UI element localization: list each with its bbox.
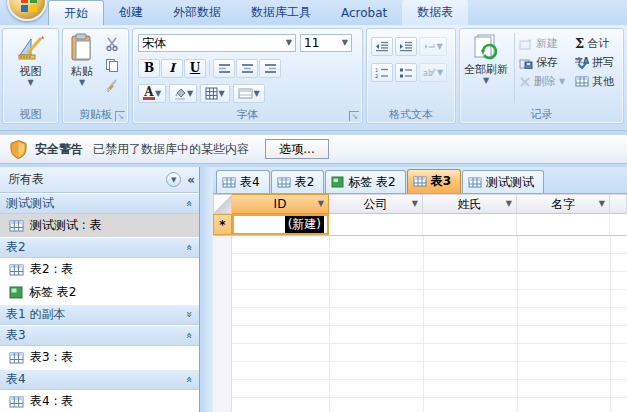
bullet-list-button[interactable] — [395, 63, 417, 82]
column-dropdown-arrow[interactable]: ▼ — [318, 201, 324, 207]
datasheet-empty-grid[interactable] — [213, 236, 627, 412]
alternate-fill-dropdown-arrow: ▼ — [253, 91, 259, 97]
sidebar-item-table3[interactable]: 表3 : 表 — [0, 346, 199, 369]
text-direction-button[interactable]: ▼ — [419, 37, 447, 56]
save-record-button[interactable]: 保存 — [519, 53, 573, 72]
table-icon — [9, 264, 24, 276]
sidebar-item-table4[interactable]: 表4 : 表 — [0, 390, 199, 412]
column-header-label: 姓氏 — [458, 196, 482, 213]
column-header-firstname[interactable]: 名字 ▼ — [517, 194, 610, 214]
sidebar-group-ceshiceshi[interactable]: 测试测试 « — [0, 193, 199, 214]
security-options-button[interactable]: 选项... — [265, 139, 329, 159]
select-all-corner[interactable] — [213, 194, 232, 214]
view-dropdown-arrow[interactable]: ▼ — [27, 80, 33, 86]
save-record-label: 保存 — [536, 55, 558, 70]
align-left-button[interactable] — [213, 59, 235, 78]
delete-record-button[interactable]: 删除 ▼ — [519, 72, 573, 91]
cell-company[interactable] — [329, 214, 423, 235]
cut-button[interactable] — [101, 34, 123, 53]
new-record-button[interactable]: * 新建 — [519, 34, 573, 53]
align-right-button[interactable] — [259, 59, 281, 78]
sidebar-group-table3[interactable]: 表3 « — [0, 325, 199, 346]
format-painter-icon — [105, 79, 119, 93]
sidebar-group-label: 测试测试 — [6, 195, 54, 212]
ribbon-tab-database-tools[interactable]: 数据库工具 — [236, 0, 326, 25]
increase-indent-button[interactable] — [395, 37, 417, 56]
column-dropdown-arrow[interactable]: ▼ — [412, 201, 418, 207]
spelling-button[interactable]: 字A 拼写 — [575, 53, 614, 72]
doc-tab-label-table2[interactable]: 标签 表2 — [325, 170, 405, 193]
column-header-company[interactable]: 公司 ▼ — [329, 194, 423, 214]
datasheet: ID ▼ 公司 ▼ 姓氏 ▼ 名字 ▼ * (新建) — [213, 194, 627, 412]
italic-button[interactable]: I — [161, 59, 183, 78]
ribbon-tab-datasheet[interactable]: 数据表 — [402, 0, 468, 25]
office-logo-square — [21, 5, 28, 12]
ribbon-tab-external-data[interactable]: 外部数据 — [158, 0, 236, 25]
svg-text:1: 1 — [375, 67, 378, 73]
sidebar-item-ceshiceshi-table[interactable]: 测试测试 : 表 — [0, 214, 199, 237]
gridlines-button[interactable]: ▼ — [200, 84, 230, 103]
navigation-pane-splitter[interactable] — [201, 167, 213, 412]
doc-tab-table3[interactable]: 表3 — [407, 169, 461, 193]
shutter-bar-close-icon[interactable]: « — [187, 173, 195, 187]
font-color-button[interactable]: A ▼ — [138, 84, 166, 103]
security-warning-message: 已禁用了数据库中的某些内容 — [93, 141, 249, 158]
cell-firstname[interactable] — [517, 214, 610, 235]
sidebar-item-label-table2[interactable]: 标签 表2 — [0, 281, 199, 304]
sidebar-group-copy-of-table1[interactable]: 表1 的副本 « — [0, 304, 199, 325]
decrease-indent-icon — [375, 41, 389, 52]
doc-tab-label: 测试测试 — [486, 174, 534, 191]
ribbon-tab-acrobat[interactable]: Acrobat — [326, 0, 402, 25]
more-button[interactable]: 其他 — [575, 72, 614, 91]
navigation-pane-header[interactable]: 所有表 ▼ « — [0, 167, 199, 193]
navigation-menu-button[interactable]: ▼ — [166, 172, 181, 187]
collapse-chevron-icon[interactable]: « — [183, 376, 196, 383]
underline-button[interactable]: U — [184, 59, 206, 78]
view-button[interactable]: 视图 ▼ — [3, 29, 58, 107]
sidebar-group-table2[interactable]: 表2 « — [0, 237, 199, 258]
ribbon-tab-home[interactable]: 开始 — [48, 0, 104, 25]
totals-button[interactable]: Σ 合计 — [575, 34, 614, 53]
totals-label: 合计 — [587, 36, 609, 51]
paste-button[interactable]: 粘贴 ▼ — [63, 29, 101, 107]
doc-tab-ceshiceshi[interactable]: 测试测试 — [462, 170, 544, 193]
copy-icon — [105, 58, 119, 72]
numbered-list-button[interactable]: 1 2 — [371, 63, 393, 82]
new-record-selector[interactable]: * — [213, 214, 232, 235]
svg-text:2: 2 — [375, 73, 378, 79]
doc-tab-table2[interactable]: 表2 — [271, 170, 325, 193]
active-cell-id[interactable]: (新建) — [232, 214, 329, 235]
column-header-lastname[interactable]: 姓氏 ▼ — [423, 194, 517, 214]
column-dropdown-arrow[interactable]: ▼ — [599, 201, 605, 207]
cell-lastname[interactable] — [423, 214, 517, 235]
fill-color-button[interactable]: ▼ — [169, 84, 197, 103]
refresh-all-button[interactable]: 全部刷新 ▼ — [460, 29, 512, 107]
align-center-button[interactable] — [236, 59, 258, 78]
bold-button[interactable]: B — [138, 59, 160, 78]
font-size-combo[interactable]: 11 ▼ — [300, 34, 352, 52]
highlight-button[interactable]: ab ▼ — [419, 63, 447, 82]
grid-vline — [517, 236, 518, 412]
collapse-chevron-icon[interactable]: « — [183, 244, 196, 251]
navigation-pane-title: 所有表 — [8, 171, 44, 188]
copy-button[interactable] — [101, 55, 123, 74]
sidebar-group-table4[interactable]: 表4 « — [0, 369, 199, 390]
text-direction-dropdown-arrow: ▼ — [436, 44, 442, 50]
font-name-combo[interactable]: 宋体 ▼ — [138, 34, 296, 52]
alternate-fill-button[interactable]: ▼ — [233, 84, 265, 103]
font-dialog-launcher-icon[interactable]: ↘ — [349, 111, 359, 121]
expand-chevron-icon[interactable]: « — [183, 311, 196, 318]
new-record-icon: * — [519, 38, 533, 50]
sidebar-item-table2[interactable]: 表2 : 表 — [0, 258, 199, 281]
format-painter-button[interactable] — [101, 76, 123, 95]
collapse-chevron-icon[interactable]: « — [183, 200, 196, 207]
collapse-chevron-icon[interactable]: « — [183, 332, 196, 339]
office-orb-button[interactable] — [7, 0, 47, 21]
paste-dropdown-arrow[interactable]: ▼ — [79, 80, 85, 86]
ribbon-tab-create[interactable]: 创建 — [104, 0, 158, 25]
column-header-id[interactable]: ID ▼ — [232, 194, 329, 214]
clipboard-dialog-launcher-icon[interactable]: ↘ — [115, 111, 125, 121]
doc-tab-table4[interactable]: 表4 — [216, 170, 270, 193]
column-dropdown-arrow[interactable]: ▼ — [506, 201, 512, 207]
decrease-indent-button[interactable] — [371, 37, 393, 56]
